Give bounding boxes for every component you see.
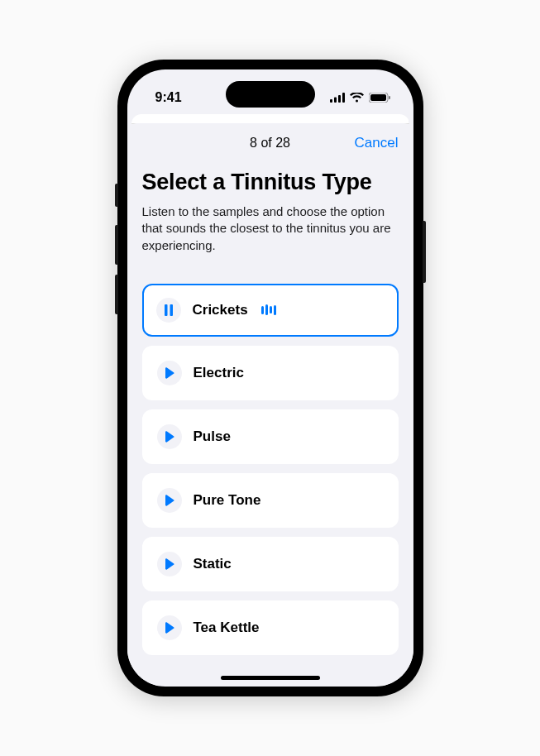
play-button[interactable]	[157, 424, 182, 449]
play-button[interactable]	[157, 488, 182, 513]
option-label: Tea Kettle	[194, 620, 260, 636]
pause-icon	[164, 304, 174, 316]
modal-sheet: 8 of 28 Cancel Select a Tinnitus Type Li…	[127, 123, 413, 686]
phone-frame: 9:41 8 of 28	[117, 60, 423, 696]
phone-side-button-right	[423, 221, 426, 283]
battery-icon	[369, 93, 390, 103]
cellular-icon	[330, 93, 345, 103]
option-static[interactable]: Static	[142, 537, 399, 591]
page-title: Select a Tinnitus Type	[142, 170, 399, 195]
option-electric[interactable]: Electric	[142, 346, 399, 400]
pause-button[interactable]	[156, 298, 181, 323]
svg-rect-3	[342, 93, 345, 103]
option-tea-kettle[interactable]: Tea Kettle	[142, 600, 399, 655]
option-label: Crickets	[193, 302, 248, 318]
status-time: 9:41	[155, 90, 182, 105]
option-pure-tone[interactable]: Pure Tone	[142, 473, 399, 528]
play-icon	[165, 367, 174, 379]
svg-rect-6	[389, 96, 390, 99]
svg-rect-7	[165, 304, 168, 316]
play-icon	[165, 495, 174, 506]
play-button[interactable]	[157, 615, 182, 640]
sheet-header: 8 of 28 Cancel	[127, 123, 413, 163]
page-subtitle: Listen to the samples and choose the opt…	[142, 203, 399, 254]
status-right	[330, 93, 390, 103]
option-pulse[interactable]: Pulse	[142, 409, 399, 464]
play-button[interactable]	[157, 361, 182, 385]
sheet-content: Select a Tinnitus Type Listen to the sam…	[127, 163, 413, 622]
play-icon	[165, 431, 174, 443]
phone-screen: 9:41 8 of 28	[127, 69, 413, 687]
dynamic-island	[226, 81, 315, 108]
svg-rect-8	[170, 304, 173, 316]
play-icon	[165, 622, 174, 634]
svg-rect-0	[330, 99, 332, 103]
svg-rect-2	[338, 95, 341, 103]
option-crickets[interactable]: Crickets	[142, 284, 399, 337]
page-indicator: 8 of 28	[250, 136, 290, 151]
svg-rect-1	[334, 98, 337, 103]
option-label: Pure Tone	[194, 492, 261, 509]
option-label: Static	[194, 556, 232, 572]
svg-rect-5	[370, 94, 386, 101]
cancel-button[interactable]: Cancel	[355, 135, 399, 151]
option-label: Electric	[194, 365, 244, 381]
play-icon	[165, 558, 174, 570]
options-list: Crickets	[142, 284, 399, 622]
home-indicator[interactable]	[221, 676, 320, 680]
option-label: Pulse	[194, 428, 231, 445]
wifi-icon	[350, 93, 364, 103]
waveform-icon	[261, 304, 276, 315]
play-button[interactable]	[157, 552, 182, 577]
